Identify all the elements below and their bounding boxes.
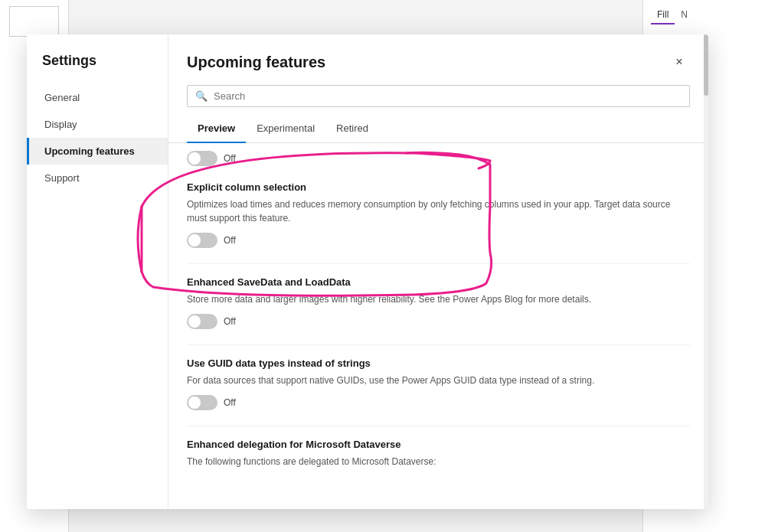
feature-guid-data-types: Use GUID data types instead of strings F… <box>187 345 690 426</box>
sidebar-item-display[interactable]: Display <box>27 111 168 138</box>
feature-explicit-column-selection: Explicit column selection Optimizes load… <box>187 169 690 264</box>
settings-header: Upcoming features × <box>168 34 708 73</box>
global-toggle[interactable] <box>187 151 217 166</box>
toggle-explicit-column[interactable] <box>187 233 217 248</box>
global-toggle-row: Off <box>187 151 690 166</box>
toggle-label-guid: Off <box>224 397 236 408</box>
global-toggle-knob <box>188 152 201 165</box>
right-panel-tabs: Fill N <box>651 6 757 24</box>
settings-dialog: Settings General Display Upcoming featur… <box>27 34 708 509</box>
feature-title-explicit-column: Explicit column selection <box>187 181 690 193</box>
feature-desc-explicit-column: Optimizes load times and reduces memory … <box>187 197 690 225</box>
search-box: 🔍 <box>187 85 690 107</box>
toggle-row-savedata: Off <box>187 314 690 329</box>
toggle-guid[interactable] <box>187 395 217 410</box>
feature-title-savedata: Enhanced SaveData and LoadData <box>187 276 690 288</box>
feature-desc-delegation: The following functions are delegated to… <box>187 455 690 468</box>
dialog-title: Upcoming features <box>187 54 325 71</box>
settings-sidebar: Settings General Display Upcoming featur… <box>27 34 168 509</box>
tab-experimental[interactable]: Experimental <box>246 116 325 143</box>
tab-retired[interactable]: Retired <box>325 116 379 143</box>
right-panel-tab-fill[interactable]: Fill <box>651 6 675 24</box>
feature-enhanced-delegation: Enhanced delegation for Microsoft Datave… <box>187 426 690 487</box>
sidebar-item-support[interactable]: Support <box>27 165 168 191</box>
search-input[interactable] <box>214 90 682 102</box>
toggle-knob-explicit-column <box>188 234 201 246</box>
left-panel-box <box>9 6 59 37</box>
settings-sidebar-title: Settings <box>27 53 168 84</box>
toggle-knob-savedata <box>188 315 201 328</box>
right-panel-tab-n[interactable]: N <box>675 6 694 24</box>
sidebar-item-upcoming-features[interactable]: Upcoming features <box>27 138 168 165</box>
toggle-knob-guid <box>188 397 201 409</box>
settings-content: Off Explicit column selection Optimizes … <box>168 143 708 509</box>
toggle-label-savedata: Off <box>224 316 236 327</box>
scrollbar-track[interactable] <box>704 34 708 509</box>
tabs-container: Preview Experimental Retired <box>168 107 708 143</box>
toggle-row-guid: Off <box>187 395 690 410</box>
feature-title-delegation: Enhanced delegation for Microsoft Datave… <box>187 439 690 450</box>
feature-desc-savedata: Store more data and larger images with h… <box>187 292 690 306</box>
global-toggle-label: Off <box>224 153 236 164</box>
feature-title-guid: Use GUID data types instead of strings <box>187 357 690 369</box>
sidebar-item-general[interactable]: General <box>27 84 168 111</box>
feature-desc-guid: For data sources that support native GUI… <box>187 374 690 387</box>
toggle-savedata[interactable] <box>187 314 217 329</box>
search-container: 🔍 <box>168 73 708 107</box>
search-icon: 🔍 <box>195 90 208 102</box>
toggle-row-explicit-column: Off <box>187 233 690 248</box>
settings-main: Upcoming features × 🔍 Preview Experiment… <box>168 34 708 509</box>
feature-savedata-loaddata: Enhanced SaveData and LoadData Store mor… <box>187 264 690 345</box>
toggle-label-explicit-column: Off <box>224 235 236 246</box>
scrollbar-thumb[interactable] <box>704 34 708 96</box>
close-button[interactable]: × <box>669 51 690 73</box>
tab-preview[interactable]: Preview <box>187 116 246 143</box>
